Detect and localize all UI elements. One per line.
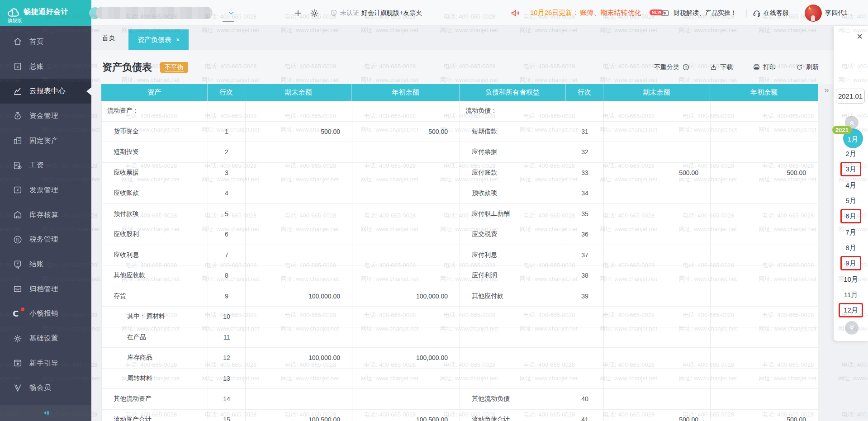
table-header-cell: 年初余额 (710, 84, 818, 101)
sidebar-item-inventory[interactable]: 库存核算 (0, 203, 91, 227)
table-cell: 存货 (102, 286, 208, 307)
toolbar-button-refresh[interactable]: 刷新 (796, 63, 819, 71)
account-name-blurred[interactable] (96, 7, 213, 19)
table-cell (246, 265, 352, 286)
table-cell (246, 142, 352, 163)
toolbar-button-help[interactable]: 不重分类? (654, 63, 690, 71)
month-item-7[interactable]: 7月 (834, 227, 868, 238)
table-cell (604, 369, 711, 389)
promo-link[interactable]: 财税解读、产品实操！ (674, 0, 737, 26)
account-chevron-down-icon[interactable] (227, 0, 235, 26)
table-cell: 流动资产： (102, 101, 208, 122)
table-cell: 500.00 (352, 122, 460, 142)
table-cell (711, 142, 818, 163)
table-header-cell: 行次 (566, 84, 603, 101)
month-item-4[interactable]: 4月 (834, 180, 868, 191)
online-support-link[interactable]: 在线客服 (764, 0, 789, 26)
toolbar-label: 刷新 (806, 63, 819, 71)
table-cell: 预付款项 (102, 204, 208, 225)
table-cell (352, 204, 460, 225)
tab-balance-sheet[interactable]: 资产负债表 × (128, 29, 189, 50)
user-avatar[interactable]: ★ (805, 5, 822, 22)
month-item-6[interactable]: 6月 (834, 209, 868, 223)
sidebar-item-label: 库存核算 (29, 210, 58, 220)
sidebar-item-reports[interactable]: 云报表中心 (0, 79, 91, 104)
assets-icon (13, 136, 23, 146)
svg-text:¥: ¥ (17, 261, 19, 265)
download-icon (710, 63, 717, 71)
sidebar-item-salary[interactable]: 工资 (0, 153, 91, 178)
table-cell: 应收利息 (102, 245, 208, 266)
svg-text:¥: ¥ (17, 115, 19, 118)
table-cell (711, 204, 818, 225)
sidebar-item-label: 新手引导 (29, 359, 58, 368)
scroll-down-button[interactable] (845, 321, 859, 335)
sidebar-item-settings[interactable]: 基础设置 (0, 326, 91, 351)
month-item-12[interactable]: 12月 (834, 303, 868, 317)
sidebar-item-tax[interactable]: 税税务管理 (0, 227, 91, 252)
month-item-11[interactable]: 11月 (834, 289, 868, 300)
svg-text:税: 税 (15, 237, 19, 242)
month-item-2[interactable]: 2月 (834, 148, 868, 159)
table-cell (246, 101, 352, 122)
month-item-10[interactable]: 10月 (834, 274, 868, 285)
table-cell (604, 224, 711, 245)
promo-video-icon[interactable] (660, 0, 670, 26)
table-cell (604, 348, 711, 369)
toolbar-button-download[interactable]: 下载 (710, 63, 733, 71)
month-item-3[interactable]: 3月 (834, 162, 868, 176)
panel-expander-icon[interactable]: » (824, 85, 829, 95)
add-account-icon[interactable] (293, 0, 303, 26)
table-cell (352, 142, 460, 163)
month-highlight-box: 6月 (840, 209, 861, 223)
tab-home[interactable]: 首页 (102, 26, 115, 50)
ledger-icon: ¥ (13, 61, 23, 71)
table-cell (604, 286, 711, 307)
table-cell: 1 (208, 122, 246, 142)
period-selector[interactable]: 2021.01 (836, 89, 865, 104)
sidebar-item-guide[interactable]: 新手引导 (0, 351, 91, 376)
toolbar-button-print[interactable]: 打印 (753, 63, 776, 71)
print-icon (753, 63, 760, 71)
table-header-cell: 资产 (101, 84, 208, 101)
table-cell: 预收款项 (460, 183, 566, 204)
month-item-1[interactable]: 1月 (834, 133, 868, 144)
update-notice: 10月26日更新： 账簿、期末结转优化 (530, 0, 641, 26)
sidebar-item-reimburse[interactable]: C小畅报销 (0, 302, 91, 326)
tab-close-icon[interactable]: × (176, 36, 180, 43)
close-icon[interactable]: × (857, 32, 863, 41)
account-settings-gear-icon[interactable] (309, 0, 319, 26)
table-cell (711, 307, 818, 327)
sidebar-item-assets[interactable]: 固定资产 (0, 128, 91, 153)
sidebar-item-label: 归档管理 (29, 284, 58, 294)
table-cell (566, 327, 604, 348)
announcement-speaker-icon (510, 0, 520, 26)
page-title: 资产负债表 (102, 61, 152, 74)
sidebar-item-invoice[interactable]: ¥发票管理 (0, 178, 91, 203)
sidebar-item-funds[interactable]: ¥资金管理 (0, 104, 91, 128)
svg-text:¥: ¥ (16, 189, 19, 193)
app-title: 畅捷通好会计 (24, 7, 68, 17)
archive-icon (13, 284, 23, 294)
table-header-cell: 期末余额 (603, 84, 710, 101)
table-cell: 应收票据 (102, 163, 208, 184)
table-cell: 39 (566, 286, 604, 307)
table-cell: 38 (566, 265, 604, 286)
settings-icon (13, 334, 23, 344)
table-cell (460, 369, 566, 389)
certification-status[interactable]: 未认证 (340, 0, 359, 26)
sidebar-item-closing[interactable]: ¥结账 (0, 252, 91, 277)
sidebar-item-ledger[interactable]: ¥总账 (0, 54, 91, 79)
month-item-8[interactable]: 8月 (834, 242, 868, 253)
month-item-5[interactable]: 5月 (834, 195, 868, 206)
username[interactable]: 李四代1 (825, 0, 848, 26)
month-item-9[interactable]: 9月 (834, 256, 868, 270)
sidebar-collapse-button[interactable] (0, 405, 91, 421)
table-cell (604, 245, 711, 266)
sidebar-item-member[interactable]: 畅会员 (0, 376, 91, 401)
notice-date: 10月26日更新： (530, 9, 579, 17)
table-cell: 其他流动资产 (102, 389, 208, 410)
sidebar-item-home[interactable]: 首页 (0, 29, 91, 54)
sidebar-item-archive[interactable]: 归档管理 (0, 277, 91, 302)
main-content: 首页 资产负债表 × 资产负债表 不平衡 不重分类?下载打印刷新 资产行次期末余… (91, 26, 868, 421)
